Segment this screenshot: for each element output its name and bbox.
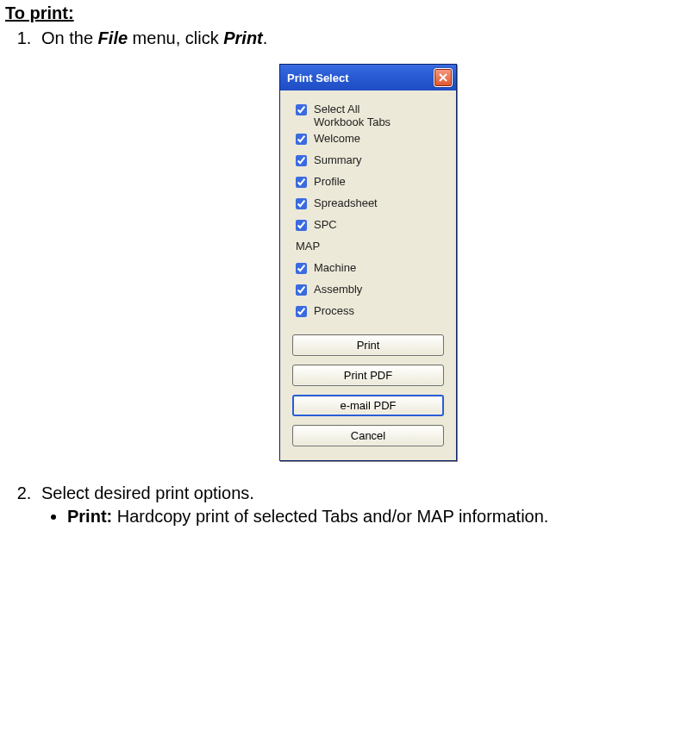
checkbox-row-spc: SPC [296, 218, 441, 231]
checkbox-row-summary: Summary [296, 153, 441, 166]
checkbox-spreadsheet-label: Spreadsheet [314, 196, 378, 209]
checkbox-profile[interactable] [296, 177, 307, 188]
checkbox-assembly-label: Assembly [314, 283, 362, 296]
checkbox-spreadsheet[interactable] [296, 198, 307, 209]
email-pdf-button[interactable]: e-mail PDF [292, 395, 444, 416]
dialog-title: Print Select [287, 72, 349, 84]
print-button[interactable]: Print [292, 334, 444, 356]
print-pdf-button[interactable]: Print PDF [292, 365, 444, 386]
bullet-print-label: Print: [67, 507, 112, 526]
checkbox-assembly[interactable] [296, 284, 307, 296]
checkbox-summary[interactable] [296, 155, 307, 166]
checkbox-row-welcome: Welcome [296, 132, 441, 145]
bullet-print: Print: Hardcopy print of selected Tabs a… [67, 507, 695, 527]
step1-mid: menu, click [128, 28, 223, 47]
checkbox-machine[interactable] [296, 263, 307, 274]
cancel-button[interactable]: Cancel [292, 425, 444, 446]
checkbox-row-select-all: Select All Workbook Tabs [296, 103, 441, 128]
close-icon [439, 73, 447, 82]
workbook-tabs-group-label: Workbook Tabs [314, 115, 391, 128]
step1-action: Print [223, 28, 263, 47]
checkbox-machine-label: Machine [314, 261, 356, 274]
checkbox-process-label: Process [314, 304, 354, 317]
checkbox-spc-label: SPC [314, 218, 337, 231]
step1-suffix: . [263, 28, 268, 47]
step2-text: Select desired print options. [41, 483, 254, 502]
step1-menu-name: File [98, 28, 128, 47]
bullet-print-text: Hardcopy print of selected Tabs and/or M… [112, 507, 548, 526]
checkbox-row-spreadsheet: Spreadsheet [296, 196, 441, 209]
checkbox-select-all[interactable] [296, 104, 307, 115]
step1-prefix: On the [41, 28, 98, 47]
map-group-label: MAP [296, 240, 441, 253]
checkbox-row-machine: Machine [296, 261, 441, 274]
print-select-dialog: Print Select Select All [279, 64, 457, 461]
dialog-titlebar: Print Select [280, 65, 456, 90]
section-heading: To print: [5, 3, 695, 23]
checkbox-row-process: Process [296, 304, 441, 317]
step-2: Select desired print options. Print: Har… [36, 483, 695, 527]
checkbox-row-profile: Profile [296, 175, 441, 188]
checkbox-welcome-label: Welcome [314, 132, 360, 145]
checkbox-spc[interactable] [296, 220, 307, 231]
checkbox-welcome[interactable] [296, 134, 307, 145]
close-button[interactable] [434, 68, 453, 87]
checkbox-profile-label: Profile [314, 175, 346, 188]
checkbox-process[interactable] [296, 306, 307, 317]
checkbox-row-assembly: Assembly [296, 283, 441, 296]
step-1: On the File menu, click Print. Print Sel… [36, 28, 695, 461]
checkbox-summary-label: Summary [314, 153, 362, 166]
checkbox-select-all-label: Select All [314, 103, 359, 115]
